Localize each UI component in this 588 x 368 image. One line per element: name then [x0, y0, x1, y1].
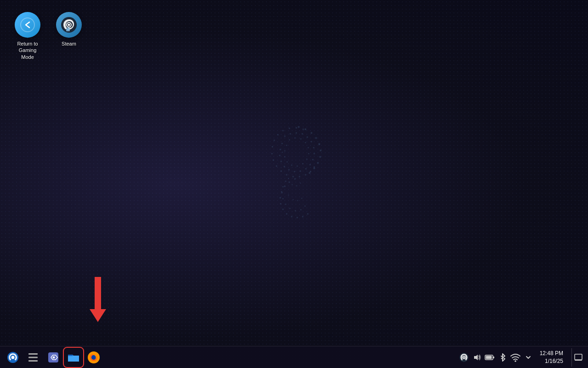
steam-icon-image — [56, 12, 82, 38]
svg-point-62 — [294, 178, 296, 180]
svg-point-19 — [272, 159, 274, 161]
desktop-icons-area: Return toGaming Mode — [5, 5, 92, 68]
clock-time: 12:48 PM — [540, 350, 563, 357]
svg-point-36 — [312, 159, 314, 161]
svg-point-6 — [319, 156, 322, 158]
svg-point-3 — [315, 137, 317, 139]
taskbar-clock[interactable]: 12:48 PM 1/16/25 — [537, 350, 566, 365]
svg-point-18 — [271, 153, 273, 155]
svg-rect-113 — [493, 356, 494, 358]
svg-point-37 — [309, 164, 311, 166]
svg-point-12 — [295, 127, 297, 129]
svg-point-68 — [282, 208, 284, 210]
taskbar-steamos-button[interactable] — [4, 348, 22, 367]
svg-rect-99 — [28, 353, 38, 355]
svg-point-44 — [279, 155, 281, 156]
svg-rect-116 — [575, 354, 582, 360]
svg-point-1 — [305, 128, 307, 131]
svg-point-16 — [273, 139, 275, 141]
return-to-gaming-label: Return toGaming Mode — [12, 40, 43, 60]
svg-point-57 — [286, 161, 288, 163]
svg-point-91 — [21, 18, 34, 32]
svg-point-79 — [289, 207, 291, 209]
systray-expand-icon[interactable] — [523, 352, 533, 362]
svg-point-84 — [292, 184, 293, 185]
svg-point-11 — [302, 128, 304, 130]
svg-point-31 — [301, 133, 303, 135]
svg-point-49 — [300, 138, 302, 140]
desktop-watermark — [248, 104, 340, 242]
svg-rect-100 — [28, 356, 38, 358]
svg-point-69 — [286, 213, 288, 215]
svg-point-50 — [305, 142, 306, 144]
clock-date: 1/16/25 — [540, 357, 563, 365]
svg-point-5 — [320, 150, 322, 152]
svg-point-28 — [284, 135, 286, 137]
svg-point-17 — [271, 146, 273, 148]
taskbar-discover-button[interactable] — [44, 348, 62, 367]
svg-point-2 — [311, 132, 313, 134]
svg-point-87 — [288, 195, 289, 196]
svg-marker-111 — [474, 355, 478, 360]
svg-point-52 — [308, 153, 310, 155]
svg-point-34 — [313, 147, 315, 149]
arrow-annotation — [90, 277, 106, 322]
svg-point-85 — [296, 185, 298, 187]
svg-point-70 — [291, 216, 293, 218]
svg-point-55 — [296, 165, 298, 167]
svg-point-14 — [282, 130, 284, 132]
svg-point-64 — [284, 185, 286, 187]
svg-point-21 — [280, 170, 282, 172]
svg-point-53 — [306, 158, 308, 160]
svg-point-59 — [284, 150, 286, 152]
svg-point-39 — [300, 170, 301, 172]
svg-rect-114 — [486, 356, 492, 359]
svg-point-98 — [11, 356, 15, 359]
svg-point-10 — [318, 144, 320, 145]
svg-point-90 — [301, 198, 303, 199]
svg-point-7 — [317, 162, 319, 164]
svg-point-47 — [288, 139, 290, 141]
steam-desktop-icon[interactable]: Steam — [51, 9, 87, 63]
systray — [459, 352, 533, 362]
systray-steam-icon[interactable] — [459, 352, 469, 362]
systray-battery-icon[interactable] — [485, 352, 495, 362]
taskbar-firefox-button[interactable] — [85, 348, 103, 367]
svg-point-29 — [289, 133, 291, 135]
svg-point-86 — [300, 183, 301, 184]
systray-wifi-icon[interactable] — [510, 352, 520, 362]
taskbar-left — [4, 348, 103, 367]
svg-point-30 — [295, 132, 297, 134]
svg-point-77 — [282, 198, 284, 200]
svg-rect-101 — [28, 360, 38, 362]
svg-point-27 — [313, 166, 315, 168]
systray-bluetooth-icon[interactable] — [498, 352, 508, 362]
svg-point-38 — [305, 168, 307, 170]
taskbar: 12:48 PM 1/16/25 — [0, 346, 588, 368]
svg-point-24 — [299, 176, 300, 178]
return-to-gaming-mode-icon[interactable]: Return toGaming Mode — [9, 9, 46, 63]
taskbar-right: 12:48 PM 1/16/25 — [459, 348, 584, 367]
svg-point-94 — [68, 24, 70, 26]
show-desktop-button[interactable] — [571, 348, 584, 367]
svg-point-82 — [304, 205, 306, 207]
return-icon-image — [15, 12, 40, 38]
systray-volume-icon[interactable] — [472, 352, 482, 362]
svg-point-54 — [302, 163, 304, 165]
svg-point-73 — [307, 213, 309, 215]
return-icon-circle — [15, 12, 40, 38]
taskbar-files-button[interactable] — [64, 348, 83, 367]
svg-point-15 — [277, 134, 279, 136]
svg-point-35 — [313, 153, 315, 155]
svg-point-72 — [302, 216, 304, 218]
svg-point-88 — [293, 199, 294, 201]
svg-point-33 — [311, 141, 312, 143]
svg-point-61 — [282, 152, 283, 153]
svg-point-25 — [305, 174, 306, 176]
svg-point-74 — [285, 180, 287, 182]
svg-point-63 — [288, 181, 290, 183]
svg-point-80 — [294, 210, 296, 212]
taskbar-task-manager-button[interactable] — [24, 348, 42, 367]
svg-point-75 — [282, 186, 284, 188]
svg-point-51 — [307, 147, 309, 149]
